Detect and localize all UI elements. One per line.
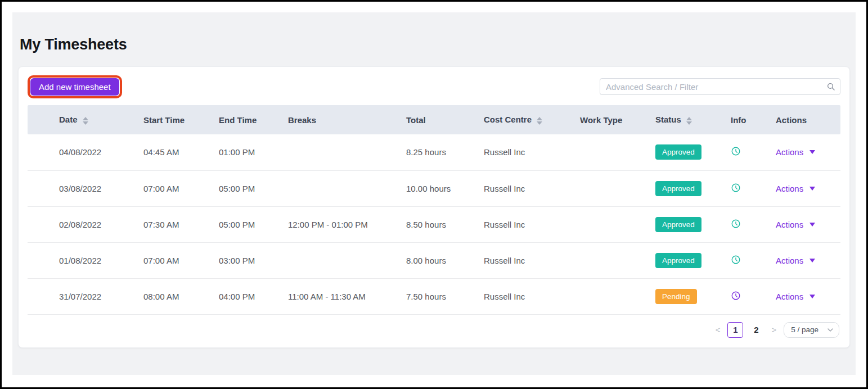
page-size-select[interactable]: 5 / page [784,322,839,338]
page-size-value: 5 / page [791,325,818,334]
cell-info [726,242,771,278]
cell-start-time: 07:30 AM [139,206,214,242]
status-badge: Pending [655,289,697,304]
screenshot-frame: My Timesheets Add new timesheet [0,0,868,389]
cell-total: 8.00 hours [402,242,479,278]
column-header-work_type: Work Type [575,105,651,134]
cell-breaks: 11:00 AM - 11:30 AM [284,278,402,314]
sort-arrows-icon [537,117,542,125]
cell-total: 10.00 hours [402,170,479,206]
cell-status: Approved [651,206,726,242]
table-row: 04/08/202204:45 AM01:00 PM8.25 hoursRuss… [28,134,840,170]
column-header-status[interactable]: Status [651,105,726,134]
cell-date: 01/08/2022 [28,242,139,278]
column-label: Info [731,115,746,125]
column-header-cost_centre[interactable]: Cost Centre [479,105,575,134]
toolbar: Add new timesheet [28,76,840,97]
caret-down-icon [809,295,815,298]
cell-breaks [284,170,402,206]
highlight-ring: Add new timesheet [28,75,122,98]
column-label: Date [59,115,78,124]
app-background: My Timesheets Add new timesheet [12,12,856,375]
status-badge: Approved [655,217,701,232]
cell-date: 02/08/2022 [28,206,139,242]
sort-arrows-icon [83,117,88,125]
chevron-down-icon [827,328,833,332]
cell-status: Approved [651,170,726,206]
clock-icon[interactable] [731,146,741,156]
cell-actions: Actions [771,242,840,278]
column-label: Cost Centre [484,115,532,124]
cell-total: 7.50 hours [402,278,479,314]
clock-icon[interactable] [731,183,741,193]
cell-status: Pending [651,278,726,314]
status-badge: Approved [655,181,701,196]
column-label: Work Type [580,115,622,125]
caret-down-icon [809,223,815,227]
caret-down-icon [809,187,815,191]
cell-cost-centre: Russell Inc [479,278,575,314]
actions-dropdown[interactable]: Actions [776,147,815,157]
cell-info [726,206,771,242]
column-header-actions: Actions [771,105,840,134]
cell-cost-centre: Russell Inc [479,170,575,206]
pagination-page-1[interactable]: 1 [727,322,743,338]
cell-breaks [284,134,402,170]
cell-start-time: 04:45 AM [139,134,214,170]
cell-date: 31/07/2022 [28,278,139,314]
cell-info [726,134,771,170]
cell-end-time: 05:00 PM [214,206,284,242]
clock-icon[interactable] [731,219,741,229]
cell-status: Approved [651,134,726,170]
actions-dropdown[interactable]: Actions [776,292,815,301]
clock-icon[interactable] [731,291,741,301]
pagination-next-button[interactable]: > [769,322,779,338]
pagination-page-2[interactable]: 2 [748,322,764,338]
column-label: Actions [776,115,807,125]
cell-start-time: 07:00 AM [139,170,214,206]
actions-dropdown[interactable]: Actions [776,256,815,265]
cell-end-time: 03:00 PM [214,242,284,278]
advanced-search-box [600,78,840,95]
table-row: 01/08/202207:00 AM03:00 PM8.00 hoursRuss… [28,242,840,278]
cell-info [726,170,771,206]
column-label: Status [655,115,681,124]
clock-icon[interactable] [731,255,741,265]
caret-down-icon [809,150,815,154]
cell-end-time: 05:00 PM [214,170,284,206]
cell-date: 04/08/2022 [28,134,139,170]
table-row: 02/08/202207:30 AM05:00 PM12:00 PM - 01:… [28,206,840,242]
table-header-row: DateStart TimeEnd TimeBreaksTotalCost Ce… [28,105,840,134]
column-label: End Time [219,115,257,125]
cell-breaks [284,242,402,278]
cell-cost-centre: Russell Inc [479,134,575,170]
add-new-timesheet-button[interactable]: Add new timesheet [30,78,119,96]
column-header-date[interactable]: Date [28,105,139,134]
search-icon[interactable] [826,82,835,91]
cell-end-time: 01:00 PM [214,134,284,170]
page-title: My Timesheets [18,12,850,53]
status-badge: Approved [655,144,701,160]
cell-work-type [575,170,651,206]
table-row: 03/08/202207:00 AM05:00 PM10.00 hoursRus… [28,170,840,206]
column-label: Breaks [288,115,316,125]
timesheets-table: DateStart TimeEnd TimeBreaksTotalCost Ce… [28,105,840,315]
actions-dropdown[interactable]: Actions [776,220,815,229]
actions-dropdown[interactable]: Actions [776,184,815,193]
status-badge: Approved [655,253,701,268]
cell-actions: Actions [771,278,840,314]
cell-actions: Actions [771,206,840,242]
cell-start-time: 07:00 AM [139,242,214,278]
search-input[interactable] [600,78,840,95]
column-header-info: Info [726,105,771,134]
cell-work-type [575,206,651,242]
sort-arrows-icon [686,117,692,125]
column-label: Total [406,115,426,125]
cell-work-type [575,278,651,314]
column-header-total: Total [402,105,479,134]
cell-work-type [575,134,651,170]
column-label: Start Time [143,115,185,125]
pagination-prev-button[interactable]: < [713,322,723,338]
caret-down-icon [809,259,815,263]
column-header-breaks: Breaks [284,105,402,134]
